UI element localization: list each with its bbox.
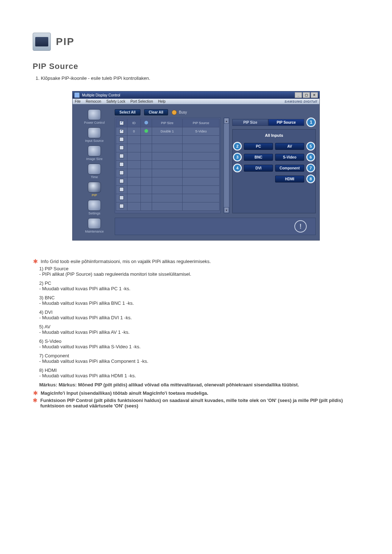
grid-scrollbar[interactable]: ▴ ▾	[224, 118, 229, 213]
note-item: 3) BNC- Muudab valitud kuvas PIPi allika…	[39, 295, 359, 306]
note-label: 2) PC	[39, 280, 359, 286]
star-icon: ✱	[33, 390, 38, 396]
tab-pip-size[interactable]: PIP Size	[232, 119, 268, 126]
select-all-button[interactable]: Select All	[115, 109, 140, 115]
row-id	[127, 202, 141, 211]
sidebar-item-input-source[interactable]: Input Source	[85, 127, 103, 143]
info-grid: IDPIP SizePIP Source0Double 1S-Video	[115, 118, 221, 213]
grid-header	[141, 119, 152, 127]
sidebar-item-settings[interactable]: Settings	[88, 200, 101, 215]
table-row[interactable]	[116, 177, 220, 186]
table-row[interactable]	[116, 161, 220, 169]
busy-indicator: Busy	[172, 110, 187, 115]
row-pip-size	[152, 144, 183, 152]
minimize-button[interactable]: _	[295, 92, 302, 98]
note-label: 6) S-Video	[39, 338, 359, 344]
sidebar-item-label: Power Control	[84, 121, 105, 124]
row-checkbox[interactable]	[119, 187, 124, 192]
app-window: Multiple Display Control _ ▢ ✕ File Remo…	[72, 91, 320, 241]
btn-bnc[interactable]: BNC	[244, 154, 273, 161]
note-label: 4) DVI	[39, 309, 359, 315]
sidebar-item-time[interactable]: Time	[88, 164, 101, 179]
sidebar-icon	[88, 127, 101, 138]
note-label: 7) Component	[39, 353, 359, 358]
tab-pip-source[interactable]: PIP Source	[268, 119, 304, 126]
row-id	[127, 136, 141, 144]
row-pip-size	[152, 152, 183, 161]
row-id	[127, 152, 141, 161]
menu-remocon[interactable]: Remocon	[86, 99, 101, 103]
window-title: Multiple Display Control	[82, 93, 120, 97]
sidebar-icon	[88, 200, 101, 211]
sidebar-item-maintenance[interactable]: Maintenance	[85, 218, 104, 233]
row-pip-size	[152, 194, 183, 202]
sidebar-icon	[88, 164, 101, 175]
row-checkbox[interactable]	[119, 129, 124, 134]
table-row[interactable]	[116, 194, 220, 202]
table-row[interactable]	[116, 152, 220, 161]
sidebar-icon	[88, 218, 101, 229]
menu-help[interactable]: Help	[158, 99, 166, 103]
scroll-up-button[interactable]: ▴	[224, 118, 229, 124]
note-item: 8) HDMI- Muudab valitud kuvas PIPi allik…	[39, 368, 359, 378]
row-checkbox[interactable]	[119, 179, 124, 183]
clear-all-button[interactable]: Clear All	[144, 109, 168, 115]
sidebar-item-image-size[interactable]: Image Size	[86, 145, 102, 161]
btn-av[interactable]: AV	[275, 143, 304, 150]
table-row[interactable]	[116, 136, 220, 144]
row-pip-size	[152, 136, 183, 144]
sidebar-item-label: PIP	[92, 193, 97, 197]
btn-s-video[interactable]: S-Video	[275, 154, 304, 161]
close-button[interactable]: ✕	[311, 92, 318, 98]
row-pip-source	[183, 177, 220, 186]
row-pip-source	[183, 152, 220, 161]
grid-header: PIP Source	[183, 119, 220, 127]
table-row[interactable]	[116, 202, 220, 211]
maximize-button[interactable]: ▢	[303, 92, 310, 98]
table-row[interactable]	[116, 169, 220, 177]
app-icon	[74, 92, 80, 98]
brand-label: SAMSUNG DIGITall	[285, 100, 317, 103]
table-row[interactable]	[116, 144, 220, 152]
btn-hdmi[interactable]: HDMI	[275, 176, 304, 182]
star-icon: ✱	[33, 398, 37, 403]
note-desc: - Muudab valitud kuvas PIPi allika BNC 1…	[39, 300, 359, 306]
row-pip-size	[152, 169, 183, 177]
row-checkbox[interactable]	[119, 171, 124, 175]
row-checkbox[interactable]	[119, 137, 124, 141]
btn-pc[interactable]: PC	[244, 143, 273, 150]
menu-port-selection[interactable]: Port Selection	[130, 99, 153, 103]
row-checkbox[interactable]	[119, 145, 124, 150]
scroll-down-button[interactable]: ▾	[224, 207, 229, 213]
window-titlebar: Multiple Display Control _ ▢ ✕	[73, 91, 319, 99]
right-pane: PIP Size PIP Source 1 All Inputs 2PCAV53…	[232, 118, 316, 213]
right-pane-header: All Inputs	[265, 133, 283, 138]
note-star-3: Funktsioon PIP Control (pilt pildis funk…	[40, 398, 359, 409]
menu-file[interactable]: File	[75, 99, 81, 103]
btn-dvi[interactable]: DVI	[244, 165, 273, 172]
row-checkbox[interactable]	[119, 196, 124, 200]
row-pip-source	[183, 144, 220, 152]
row-id: 0	[127, 127, 141, 136]
sidebar-icon	[88, 182, 101, 193]
sidebar-item-power-control[interactable]: Power Control	[84, 109, 105, 124]
busy-label: Busy	[179, 110, 187, 114]
row-checkbox[interactable]	[119, 162, 124, 167]
table-row[interactable]	[116, 186, 220, 194]
row-pip-source: S-Video	[183, 127, 220, 136]
footer-bar: !	[115, 218, 316, 235]
sidebar-item-pip[interactable]: PIP	[88, 182, 101, 197]
table-row[interactable]: 0Double 1S-Video	[116, 127, 220, 136]
row-pip-source	[183, 161, 220, 169]
callout-5: 5	[306, 142, 315, 151]
notes-section: ✱ Info Grid toob esile põhiinformatsioon…	[33, 259, 359, 409]
menu-safety-lock[interactable]: Safety Lock	[106, 99, 125, 103]
row-checkbox[interactable]	[119, 204, 124, 208]
callout-1: 1	[306, 118, 316, 127]
section-title: PIP Source	[33, 62, 359, 71]
sidebar-item-label: Input Source	[85, 139, 103, 143]
btn-component[interactable]: Component	[275, 165, 304, 172]
row-id	[127, 194, 141, 202]
row-checkbox[interactable]	[119, 154, 124, 158]
row-pip-source	[183, 186, 220, 194]
